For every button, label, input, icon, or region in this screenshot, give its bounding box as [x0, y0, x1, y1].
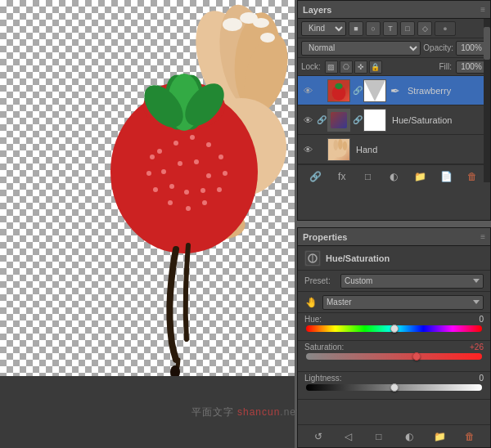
visibility-icon-strawberry[interactable]: 👁: [301, 84, 314, 97]
visibility-icon-hand[interactable]: 👁: [301, 143, 314, 156]
svg-point-26: [161, 169, 166, 174]
svg-point-15: [190, 135, 195, 140]
svg-point-32: [169, 184, 174, 189]
svg-point-45: [343, 141, 348, 150]
kind-dropdown[interactable]: Kind: [301, 21, 346, 36]
fx-btn[interactable]: fx: [334, 168, 350, 185]
opacity-label: Opacity:: [423, 43, 453, 52]
filter-type-btn[interactable]: T: [383, 21, 398, 36]
preset-chevron-icon: [473, 279, 480, 283]
visibility-icon-hue[interactable]: 👁: [301, 114, 314, 127]
reset-btn[interactable]: ↺: [310, 428, 327, 445]
lock-position-btn[interactable]: ✜: [354, 60, 367, 74]
svg-point-43: [334, 139, 339, 150]
svg-point-30: [200, 188, 205, 193]
svg-point-23: [153, 187, 158, 192]
props-mask-btn[interactable]: □: [371, 428, 387, 445]
layers-scroll-thumb[interactable]: [484, 27, 490, 60]
svg-point-18: [223, 171, 227, 176]
layer-name-strawberry: Strawberry: [404, 86, 487, 96]
saturation-label: Saturation:: [304, 343, 344, 352]
layer-mask-hue: [363, 109, 386, 132]
preset-row: Preset: Custom: [298, 271, 490, 292]
saturation-thumb[interactable]: [412, 352, 421, 361]
layer-thumb-hand: [327, 138, 350, 161]
layer-row[interactable]: 👁 🔗 🔗 Hue/Saturation: [298, 105, 490, 135]
svg-point-20: [202, 200, 207, 205]
layers-scrollbar[interactable]: [484, 19, 490, 182]
layers-panel-header: Layers ≡: [298, 1, 490, 19]
svg-point-16: [206, 142, 211, 147]
hue-label: Hue:: [304, 315, 322, 324]
delete-layer-btn[interactable]: 🗑: [464, 168, 480, 185]
kind-row: Kind ■ ○ T □ ◇ ●: [298, 19, 490, 38]
svg-point-8: [253, 18, 269, 28]
svg-point-27: [178, 161, 182, 166]
filter-smart-btn[interactable]: ◇: [417, 21, 432, 36]
link-icon-strawberry: 🔗: [353, 86, 361, 95]
svg-point-29: [206, 173, 211, 178]
layers-list: 👁 🔗 ✒ Strawberry 👁 🔗: [298, 76, 490, 164]
layer-row[interactable]: 👁 Hand: [298, 135, 490, 164]
svg-point-17: [218, 155, 223, 159]
new-group-btn[interactable]: 📁: [412, 168, 428, 185]
new-layer-btn[interactable]: 📄: [438, 168, 454, 185]
svg-point-21: [186, 206, 191, 211]
fill-value[interactable]: 100%: [456, 60, 487, 74]
link-layers-btn[interactable]: 🔗: [308, 168, 324, 185]
lock-row: Lock: ▧ ⎔ ✜ 🔒 Fill: 100%: [298, 58, 490, 76]
saturation-slider-row: Saturation: +26: [298, 341, 490, 372]
chain-icon-hue: 🔗: [317, 115, 325, 124]
svg-point-19: [217, 187, 222, 192]
preset-dropdown[interactable]: Custom: [340, 274, 484, 289]
channel-dropdown[interactable]: Master: [322, 295, 484, 310]
lock-transparent-btn[interactable]: ▧: [325, 60, 338, 74]
svg-point-25: [150, 155, 155, 159]
props-delete-btn[interactable]: 🗑: [462, 428, 478, 445]
watermark-line: 平面文字 shancun.net: [191, 406, 300, 418]
properties-panel-menu-icon[interactable]: ≡: [480, 232, 485, 241]
layer-row[interactable]: 👁 🔗 ✒ Strawberry: [298, 76, 490, 105]
svg-point-14: [173, 141, 178, 146]
filter-toggle[interactable]: ●: [435, 21, 456, 36]
svg-point-22: [168, 200, 173, 205]
layers-panel-menu-icon[interactable]: ≡: [480, 5, 485, 14]
lock-icons: ▧ ⎔ ✜ 🔒: [325, 60, 382, 74]
layers-toolbar: 🔗 fx □ ◐ 📁 📄 🗑: [298, 164, 490, 187]
channel-chevron-icon: [473, 300, 480, 304]
filter-pixel-btn[interactable]: ■: [349, 21, 363, 36]
hue-track[interactable]: [306, 325, 482, 332]
lock-all-btn[interactable]: 🔒: [369, 60, 382, 74]
properties-panel-title: Properties: [303, 232, 347, 242]
hue-sat-icon: [304, 250, 321, 267]
invert-btn[interactable]: ◐: [401, 428, 417, 445]
new-adjustment-btn[interactable]: ◐: [385, 168, 402, 185]
hue-value: 0: [463, 315, 484, 324]
layer-name-hand: Hand: [353, 145, 487, 155]
lock-image-btn[interactable]: ⎔: [340, 60, 353, 74]
layer-name-hue: Hue/Saturation: [389, 115, 487, 125]
hue-sat-section-title: Hue/Saturation: [326, 253, 390, 263]
lightness-track[interactable]: [306, 384, 482, 391]
layer-thumb-hue: [327, 109, 350, 132]
canvas-content: [0, 0, 295, 376]
channel-hand-icon[interactable]: 🤚: [304, 296, 318, 309]
layer-cursor-icon: ✒: [389, 84, 402, 97]
channel-row: 🤚 Master: [298, 292, 490, 313]
opacity-value[interactable]: 100%: [456, 41, 487, 56]
props-group-btn[interactable]: 📁: [431, 428, 448, 445]
filter-shape-btn[interactable]: □: [400, 21, 415, 36]
blend-mode-dropdown[interactable]: Normal: [301, 41, 421, 56]
add-mask-btn[interactable]: □: [360, 168, 376, 185]
filter-adjust-btn[interactable]: ○: [366, 21, 381, 36]
blend-row: Normal Opacity: 100%: [298, 38, 490, 58]
layer-mask-strawberry: [363, 79, 386, 102]
saturation-track[interactable]: [306, 353, 482, 360]
svg-point-44: [338, 139, 343, 150]
link-icon-hue: 🔗: [353, 115, 361, 124]
lightness-thumb[interactable]: [390, 383, 399, 392]
preset-value: Custom: [345, 276, 372, 285]
hue-thumb[interactable]: [390, 325, 399, 333]
prev-state-btn[interactable]: ◁: [340, 428, 357, 445]
layers-panel-title: Layers: [303, 5, 331, 15]
